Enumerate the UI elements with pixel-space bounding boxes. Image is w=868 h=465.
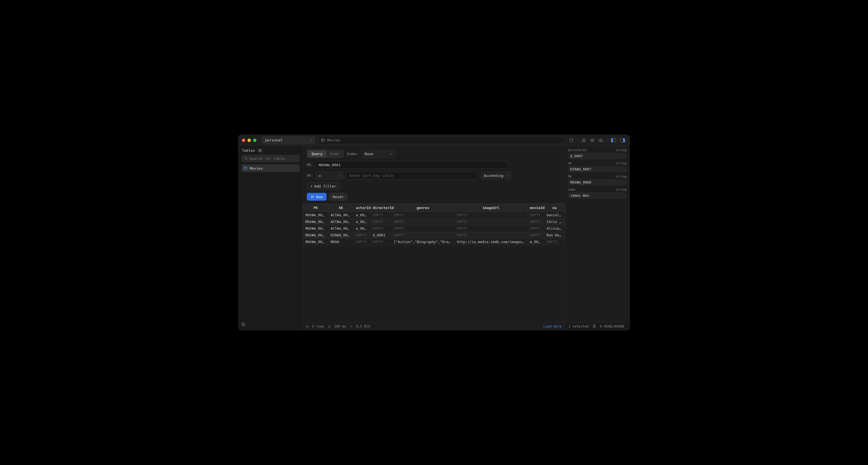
table-cell[interactable]: d_0001 bbox=[370, 232, 391, 239]
table-row[interactable]: MOV#m_0001ACT#a_0002a_0002EMPTYEMPTYEMPT… bbox=[303, 219, 565, 225]
pk-input[interactable] bbox=[316, 161, 509, 169]
sk-operator-select[interactable]: = ⇅ bbox=[316, 172, 344, 179]
right-panel-toggle[interactable] bbox=[620, 138, 625, 142]
table-cell[interactable]: MOV#m_0001 bbox=[303, 219, 328, 225]
cancel-icon[interactable] bbox=[582, 138, 586, 142]
table-cell[interactable]: MOV#m_0001 bbox=[303, 232, 328, 239]
minimize-window[interactable] bbox=[247, 139, 251, 142]
table-cell[interactable]: EMPTY bbox=[455, 212, 527, 219]
field-value[interactable]: d_0007 bbox=[568, 153, 627, 159]
table-cell[interactable]: a_0003 bbox=[353, 225, 370, 232]
order-select[interactable]: Ascending ⇅ bbox=[481, 172, 512, 179]
table-cell[interactable]: EMPTY bbox=[527, 212, 544, 219]
eye-icon[interactable] bbox=[590, 138, 594, 142]
table-cell[interactable]: a_0002 bbox=[353, 219, 370, 225]
status-bar: ≡ 5 rows ◷ 104 ms ⚡ 0.5 RCU Load more bbox=[303, 322, 565, 330]
field-value[interactable]: James Wan bbox=[568, 192, 627, 199]
zoom-window[interactable] bbox=[253, 139, 256, 142]
table-cell[interactable]: EMPTY bbox=[370, 225, 391, 232]
column-header[interactable]: movieId bbox=[527, 204, 544, 212]
titlebar: personal ⇅ Movies bbox=[239, 135, 629, 145]
table-cell[interactable]: Olivia W bbox=[544, 225, 565, 232]
mode-scan-button[interactable]: Scan bbox=[326, 151, 343, 157]
column-header[interactable]: imageUrl bbox=[455, 204, 527, 212]
table-cell[interactable]: EMPTY bbox=[353, 239, 370, 245]
table-cell[interactable]: MOV#m_0001 bbox=[303, 225, 328, 232]
main-panel: Query Scan Index: Base ⇅ PK: SK: bbox=[303, 145, 565, 330]
table-cell[interactable]: EMPTY bbox=[391, 225, 455, 232]
table-cell[interactable]: EMPTY bbox=[544, 239, 565, 245]
breadcrumb-bar[interactable]: Movies bbox=[318, 136, 565, 144]
left-panel-toggle[interactable] bbox=[611, 138, 616, 142]
table-cell[interactable]: ACT#a_0003 bbox=[328, 225, 353, 232]
inspector-panel: directorIdstringd_0007SKstringDIR#d_0007… bbox=[565, 145, 629, 322]
refresh-icon[interactable] bbox=[569, 138, 574, 142]
table-cell[interactable]: EMPTY bbox=[455, 225, 527, 232]
table-search[interactable] bbox=[241, 155, 300, 162]
table-cell[interactable]: EMPTY bbox=[527, 219, 544, 225]
table-row[interactable]: MOV#m_0001DIR#d_0001EMPTYd_0001EMPTYEMPT… bbox=[303, 232, 565, 239]
gear-icon[interactable] bbox=[241, 323, 245, 326]
add-filter-button[interactable]: + Add filter bbox=[307, 182, 340, 190]
column-header[interactable]: na bbox=[544, 204, 565, 212]
table-cell[interactable]: EMPTY bbox=[353, 232, 370, 239]
results-table-wrap[interactable]: PKSKactorIddirectorIdgenresimageUrlmovie… bbox=[303, 204, 565, 322]
table-cell[interactable]: MOV#m_0001 bbox=[303, 212, 328, 219]
field-key: name bbox=[568, 188, 576, 192]
table-row[interactable]: MOV#m_0001MOV#EMPTYEMPTY["Action","Biogr… bbox=[303, 239, 565, 245]
table-cell[interactable]: a_0001 bbox=[353, 212, 370, 219]
table-search-input[interactable] bbox=[249, 157, 297, 161]
column-header[interactable]: actorId bbox=[353, 204, 370, 212]
reset-button[interactable]: Reset bbox=[329, 193, 347, 201]
table-cell[interactable]: Chris He bbox=[544, 219, 565, 225]
sidebar: Tables 1 Movies bbox=[239, 145, 303, 330]
table-row[interactable]: MOV#m_0001ACT#a_0003a_0003EMPTYEMPTYEMPT… bbox=[303, 225, 565, 232]
mode-query-button[interactable]: Query bbox=[308, 151, 326, 157]
table-cell[interactable]: ACT#a_0002 bbox=[328, 219, 353, 225]
run-button[interactable]: Run bbox=[307, 193, 327, 201]
column-header[interactable]: SK bbox=[328, 204, 353, 212]
field-key: PK bbox=[568, 175, 571, 178]
cloud-upload-icon[interactable] bbox=[598, 138, 603, 142]
table-cell[interactable]: EMPTY bbox=[527, 225, 544, 232]
index-select[interactable]: Base ⇅ bbox=[362, 150, 395, 158]
column-header[interactable]: PK bbox=[303, 204, 328, 212]
table-name: Movies bbox=[250, 166, 263, 170]
table-cell[interactable]: MOV# bbox=[328, 239, 353, 245]
table-cell[interactable]: EMPTY bbox=[455, 219, 527, 225]
body: Tables 1 Movies Query Scan bbox=[239, 145, 629, 330]
column-header[interactable]: directorId bbox=[370, 204, 391, 212]
inspector-field: directorIdstringd_0007 bbox=[568, 148, 627, 159]
column-header[interactable]: genres bbox=[391, 204, 455, 212]
sidebar-table-item[interactable]: Movies bbox=[241, 164, 300, 172]
bolt-icon: ⚡ bbox=[350, 325, 352, 328]
table-cell[interactable]: EMPTY bbox=[391, 219, 455, 225]
table-cell[interactable]: DIR#d_0001 bbox=[328, 232, 353, 239]
field-value[interactable]: DIR#d_0007 bbox=[568, 166, 627, 172]
table-cell[interactable]: EMPTY bbox=[391, 212, 455, 219]
table-cell[interactable]: EMPTY bbox=[370, 212, 391, 219]
field-value[interactable]: MOV#m_0060 bbox=[568, 179, 627, 186]
table-cell[interactable]: ACT#a_0001 bbox=[328, 212, 353, 219]
table-cell[interactable]: EMPTY bbox=[527, 232, 544, 239]
table-cell[interactable]: m_0001 bbox=[527, 239, 544, 245]
load-more-link[interactable]: Load more bbox=[543, 325, 561, 328]
table-cell[interactable]: EMPTY bbox=[370, 239, 391, 245]
table-cell[interactable]: EMPTY bbox=[391, 232, 455, 239]
field-type: string bbox=[616, 188, 627, 192]
table-cell[interactable]: MOV#m_0001 bbox=[303, 239, 328, 245]
table-cell[interactable]: EMPTY bbox=[455, 232, 527, 239]
results-table: PKSKactorIddirectorIdgenresimageUrlmovie… bbox=[303, 204, 565, 245]
table-cell[interactable]: http://ia.media-imdb.com/images/M/… bbox=[455, 239, 527, 245]
table-cell[interactable]: Daniel B bbox=[544, 212, 565, 219]
close-window[interactable] bbox=[242, 139, 245, 142]
inspector-field: SKstringDIR#d_0007 bbox=[568, 162, 627, 172]
table-cell[interactable]: EMPTY bbox=[370, 219, 391, 225]
table-row[interactable]: MOV#m_0001ACT#a_0001a_0001EMPTYEMPTYEMPT… bbox=[303, 212, 565, 219]
table-cell[interactable]: Ron Howa bbox=[544, 232, 565, 239]
profile-select[interactable]: personal ⇅ bbox=[262, 136, 315, 144]
sk-input[interactable] bbox=[346, 172, 478, 179]
list-icon: ≡ bbox=[306, 325, 308, 328]
table-icon bbox=[321, 138, 325, 142]
table-cell[interactable]: ["Action","Biography","Drama"… bbox=[391, 239, 455, 245]
